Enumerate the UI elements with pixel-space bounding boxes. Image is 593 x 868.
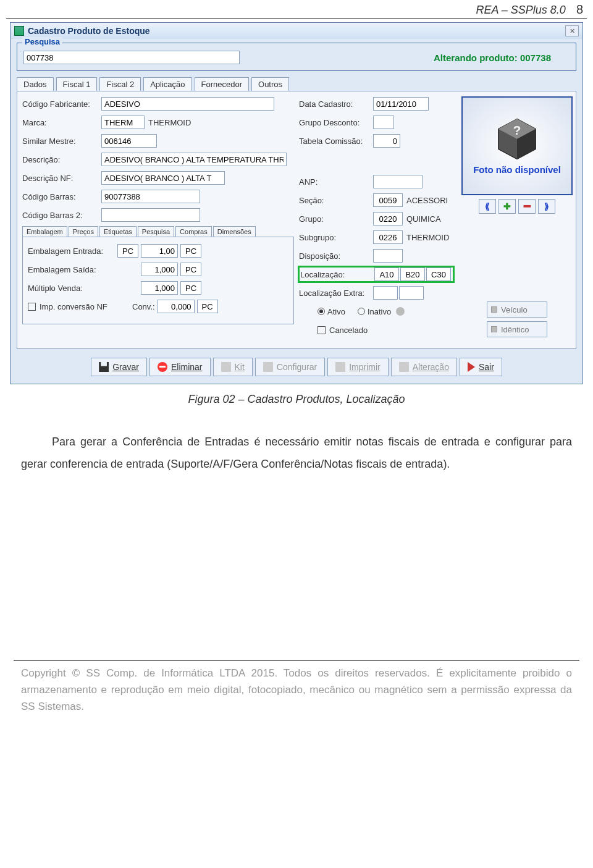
- doc-title: REA – SSPlus 8.0: [476, 4, 565, 16]
- subtab-dimensoes[interactable]: Dimensões: [213, 226, 256, 237]
- input-loc-extra-2[interactable]: [399, 286, 424, 300]
- text-marca-desc: THERMOID: [148, 118, 191, 127]
- label-emb-saida: Embalagem Saída:: [28, 265, 117, 274]
- input-tab-com[interactable]: [373, 134, 400, 148]
- input-emb-ent-unit2[interactable]: [180, 244, 201, 258]
- close-button[interactable]: ✕: [565, 25, 579, 36]
- configurar-button[interactable]: Configurar: [255, 358, 325, 376]
- input-loc-1[interactable]: [374, 268, 399, 281]
- input-disposicao[interactable]: [373, 249, 403, 263]
- input-loc-3[interactable]: [426, 268, 451, 281]
- plus-icon: ✚: [503, 201, 511, 211]
- input-secao[interactable]: [373, 193, 403, 207]
- photo-remove-button[interactable]: ━: [518, 199, 536, 214]
- label-cod-fabricante: Código Fabricante:: [22, 99, 101, 109]
- body-paragraph: Para gerar a Conferência de Entradas é n…: [21, 431, 572, 475]
- app-icon: [14, 26, 24, 36]
- save-icon: [99, 362, 109, 372]
- label-descricao-nf: Descrição NF:: [22, 174, 101, 183]
- alteracao-button[interactable]: Alteração: [391, 358, 457, 376]
- radio-inativo[interactable]: [358, 308, 365, 315]
- tab-fornecedor[interactable]: Fornecedor: [195, 77, 249, 91]
- photo-add-button[interactable]: ✚: [498, 199, 516, 214]
- svg-text:?: ?: [513, 123, 521, 137]
- input-emb-ent-qty[interactable]: [141, 244, 178, 258]
- close-icon: ✕: [570, 27, 575, 35]
- gravar-button[interactable]: Gravar: [91, 358, 147, 376]
- button-bar: Gravar Eliminar Kit Configurar Imprimir …: [17, 358, 576, 376]
- tab-dados[interactable]: Dados: [17, 77, 54, 91]
- input-similar[interactable]: [101, 134, 157, 148]
- input-conv-unit[interactable]: [197, 300, 218, 313]
- tab-fiscal1[interactable]: Fiscal 1: [56, 77, 98, 91]
- input-emb-saida-qty[interactable]: [141, 263, 178, 276]
- label-grupo-desc: Grupo Desconto:: [299, 118, 373, 127]
- question-cube-icon: ?: [495, 117, 539, 161]
- imprimir-button[interactable]: Imprimir: [327, 358, 389, 376]
- input-descricao[interactable]: [101, 153, 287, 166]
- kit-button[interactable]: Kit: [213, 358, 253, 376]
- subtab-etiquetas[interactable]: Etiquetas: [99, 226, 137, 237]
- subtab-embalagem-body: Embalagem Entrada: Embalagem Saída:: [22, 237, 294, 324]
- checkbox-cancelado[interactable]: [318, 326, 326, 334]
- label-emb-entrada: Embalagem Entrada:: [28, 246, 117, 256]
- input-cod-barras2[interactable]: [101, 208, 200, 222]
- input-anp[interactable]: [373, 175, 423, 188]
- radio-ativo[interactable]: [318, 308, 325, 315]
- subtab-embalagem[interactable]: Embalagem: [22, 226, 67, 237]
- change-icon: [399, 362, 409, 372]
- veiculo-button[interactable]: Veículo: [487, 301, 547, 318]
- text-grupo-desc: QUIMICA: [406, 214, 441, 224]
- input-cod-fabricante[interactable]: [101, 97, 274, 111]
- input-grupo[interactable]: [373, 212, 403, 225]
- input-conv-val[interactable]: [158, 300, 195, 313]
- label-cod-barras2: Código Barras 2:: [22, 211, 101, 220]
- text-subgrupo-desc: THERMOID: [406, 233, 449, 242]
- eliminar-button[interactable]: Eliminar: [149, 358, 211, 376]
- window-title: Cadastro Produto de Estoque: [28, 26, 150, 36]
- tab-outros[interactable]: Outros: [251, 77, 289, 91]
- input-descricao-nf[interactable]: [101, 171, 225, 185]
- label-tab-com: Tabela Comissão:: [299, 137, 373, 146]
- sair-button[interactable]: Sair: [460, 358, 502, 376]
- input-data-cad[interactable]: [373, 97, 429, 111]
- label-inativo: Inativo: [368, 307, 391, 316]
- gear-icon: [263, 362, 273, 372]
- window: Cadastro Produto de Estoque ✕ Pesquisa A…: [10, 22, 583, 384]
- veiculo-icon: [491, 306, 497, 313]
- printer-icon: [335, 362, 345, 372]
- input-subgrupo[interactable]: [373, 230, 403, 244]
- input-multiplo-unit[interactable]: [180, 281, 201, 295]
- label-subgrupo: Subgrupo:: [299, 233, 373, 242]
- tab-dados-body: Código Fabricante: Marca: THERMOID Simil…: [17, 91, 576, 349]
- input-cod-barras[interactable]: [101, 190, 200, 203]
- label-marca: Marca:: [22, 118, 101, 127]
- photo-caption: Foto não disponível: [473, 164, 561, 175]
- delete-icon: [158, 362, 167, 372]
- subtab-pesquisa[interactable]: Pesquisa: [138, 226, 174, 237]
- tab-aplicacao[interactable]: Aplicação: [143, 77, 191, 91]
- subtab-precos[interactable]: Preços: [69, 226, 98, 237]
- tab-fiscal2[interactable]: Fiscal 2: [99, 77, 141, 91]
- label-imp-conv: Imp. conversão NF: [40, 302, 114, 311]
- photo-panel: ? Foto não disponível: [461, 96, 573, 195]
- subtabs: Embalagem Preços Etiquetas Pesquisa Comp…: [22, 226, 294, 237]
- checkbox-imp-conv[interactable]: [28, 303, 36, 311]
- search-input[interactable]: [23, 51, 240, 64]
- photo-first-button[interactable]: ⟪: [479, 199, 496, 214]
- input-multiplo-qty[interactable]: [141, 281, 178, 295]
- input-loc-2[interactable]: [400, 268, 425, 281]
- input-marca[interactable]: [101, 116, 145, 129]
- input-grupo-desc[interactable]: [373, 116, 394, 129]
- identico-button[interactable]: Idêntico: [487, 321, 547, 337]
- main-tabs: Dados Fiscal 1 Fiscal 2 Aplicação Fornec…: [17, 77, 576, 91]
- label-multiplo: Múltiplo Venda:: [28, 284, 117, 293]
- label-loc-extra: Localização Extra:: [299, 289, 373, 298]
- input-emb-ent-unit1[interactable]: [117, 244, 138, 258]
- label-secao: Seção:: [299, 196, 373, 205]
- input-loc-extra-1[interactable]: [373, 286, 398, 300]
- double-chevron-right-icon: ⟫: [544, 201, 549, 211]
- input-emb-saida-unit[interactable]: [180, 263, 201, 276]
- subtab-compras[interactable]: Compras: [175, 226, 212, 237]
- photo-last-button[interactable]: ⟫: [538, 199, 555, 214]
